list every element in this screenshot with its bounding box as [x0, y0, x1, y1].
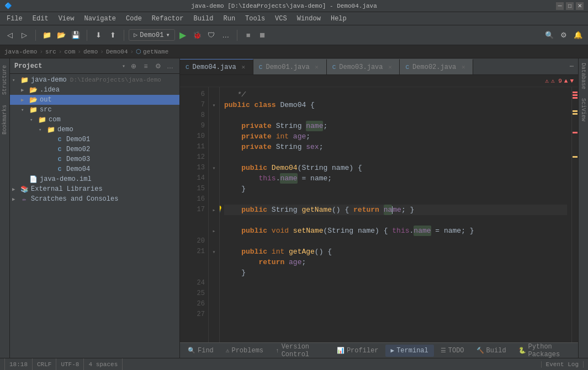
tree-label-demo04: Demo04 — [66, 165, 90, 173]
code-editor[interactable]: 6 7 8 9 10 11 12 13 14 15 16 17 18 19 20… — [180, 87, 578, 342]
terminal-icon: ▶ — [391, 347, 395, 354]
tab-close-demo03[interactable]: ✕ — [386, 63, 394, 71]
menu-edit[interactable]: Edit — [28, 14, 53, 24]
bottom-tab-problems[interactable]: ⚠ Problems — [220, 345, 269, 357]
toolbar-back-btn[interactable]: ◁ — [3, 29, 17, 42]
close-button[interactable]: ✕ — [576, 2, 584, 10]
tree-item-ext-libs[interactable]: ▶ 📚 External Libraries — [10, 184, 179, 194]
tab-close-demo04[interactable]: ✕ — [240, 63, 247, 71]
sciview-tab[interactable]: SciView — [579, 94, 587, 126]
bottom-tab-find[interactable]: 🔍 Find — [182, 345, 219, 357]
tab-label-demo03: Demo03.java — [339, 63, 383, 71]
menu-file[interactable]: File — [2, 14, 27, 24]
toolbar-save-btn[interactable]: 💾 — [69, 29, 82, 42]
toolbar-run-section: ▷ Demo01 ▾ ▶ 🐞 🛡 … — [129, 29, 232, 42]
run-config-label: Demo01 — [140, 31, 163, 39]
breadcrumb-demo04[interactable]: Demo04 — [106, 49, 128, 55]
menu-code[interactable]: Code — [121, 14, 146, 24]
menu-run[interactable]: Run — [219, 14, 240, 24]
tree-item-idea[interactable]: ▶ 📂 .idea — [10, 85, 179, 95]
toolbar-vcs-update-btn[interactable]: ⬇ — [92, 29, 105, 42]
tab-close-demo02[interactable]: ✕ — [459, 63, 467, 71]
tab-demo01[interactable]: C Demo01.java ✕ — [253, 59, 327, 74]
breadcrumb-java-demo[interactable]: java-demo — [4, 49, 37, 55]
panel-collapse-btn[interactable]: ≡ — [141, 61, 151, 71]
tab-demo02[interactable]: C Demo02.java ✕ — [400, 59, 473, 74]
toolbar-forward-btn[interactable]: ▷ — [18, 29, 31, 42]
run-with-button[interactable]: … — [219, 29, 232, 42]
status-encoding[interactable]: UTF-8 — [56, 358, 84, 370]
tree-item-src[interactable]: ▾ 📁 src — [10, 105, 179, 115]
tab-demo03[interactable]: C Demo03.java ✕ — [327, 59, 400, 74]
menu-refactor[interactable]: Refactor — [147, 14, 188, 24]
demo02-java-icon: C — [55, 145, 64, 154]
warning-icon: ⚠ — [545, 77, 549, 84]
tree-item-demo[interactable]: ▾ 📁 demo — [10, 125, 179, 135]
panel-locate-btn[interactable]: ⊕ — [129, 61, 139, 71]
breadcrumb-getname[interactable]: ⬡ getName — [136, 48, 168, 55]
status-indent[interactable]: 4 spaces — [84, 358, 123, 370]
tree-item-demo01[interactable]: ▶ C Demo01 — [10, 135, 179, 144]
menu-tools[interactable]: Tools — [241, 14, 269, 24]
bookmarks-tab[interactable]: Bookmarks — [1, 100, 9, 139]
tab-demo04[interactable]: C Demo04.java ✕ — [180, 59, 253, 74]
bottom-tab-terminal[interactable]: ▶ Terminal — [385, 345, 434, 357]
run-button[interactable]: ▶ — [176, 29, 189, 42]
toolbar-vcs-push-btn[interactable]: ⬆ — [106, 29, 119, 42]
tree-label-src: src — [40, 106, 52, 114]
settings-btn[interactable]: ⚙ — [557, 29, 570, 42]
gutter-15 — [209, 184, 219, 194]
gutter-11 — [209, 142, 219, 152]
toolbar-stop2-btn[interactable]: ⏹ — [256, 29, 269, 42]
maximize-button[interactable]: □ — [566, 2, 574, 10]
menu-build[interactable]: Build — [189, 14, 218, 24]
code-line-17: 💡 public String getName() { return name;… — [224, 205, 567, 215]
toolbar-new-btn[interactable]: 📁 — [40, 29, 54, 42]
breadcrumb-demo[interactable]: demo — [83, 49, 98, 55]
debug-button[interactable]: 🐞 — [190, 29, 204, 42]
status-position[interactable]: 18:18 — [4, 358, 33, 370]
error-nav-down[interactable]: ▼ — [570, 78, 574, 84]
tree-item-out[interactable]: ▶ 📂 out — [10, 95, 179, 105]
line-numbers: 6 7 8 9 10 11 12 13 14 15 16 17 18 19 20… — [180, 87, 209, 342]
structure-tab[interactable]: Structure — [1, 61, 9, 99]
tree-item-com[interactable]: ▾ 📁 com — [10, 115, 179, 125]
tabs-overflow-btn[interactable]: ⋯ — [565, 58, 578, 74]
bottom-tab-build[interactable]: 🔨 Build — [471, 345, 512, 357]
notifications-btn[interactable]: 🔔 — [571, 29, 585, 42]
bottom-tab-vcs[interactable]: ↑ Version Control — [270, 345, 330, 357]
tree-item-java-demo[interactable]: ▾ 📁 java-demo D:\IdeaProjects\java-demo — [10, 75, 179, 85]
panel-settings-btn[interactable]: ⚙ — [153, 61, 163, 71]
tree-item-demo04[interactable]: ▶ C Demo04 — [10, 164, 179, 174]
coverage-button[interactable]: 🛡 — [205, 29, 218, 42]
minimize-button[interactable]: ─ — [556, 2, 564, 10]
search-everywhere-btn[interactable]: 🔍 — [543, 29, 556, 42]
toolbar-open-btn[interactable]: 📂 — [55, 29, 68, 42]
error-nav-up[interactable]: ▲ — [564, 78, 568, 84]
breadcrumb-src[interactable]: src — [45, 49, 56, 55]
code-content[interactable]: */ public class Demo04 { private String … — [220, 87, 571, 342]
error-count: ⚠ 9 — [551, 77, 562, 84]
tree-item-demo02[interactable]: ▶ C Demo02 — [10, 144, 179, 154]
database-tab[interactable]: Database — [579, 58, 587, 94]
run-config-selector[interactable]: ▷ Demo01 ▾ — [129, 29, 175, 41]
menu-navigate[interactable]: Navigate — [80, 14, 120, 24]
tab-close-demo01[interactable]: ✕ — [313, 63, 321, 71]
breadcrumb-com[interactable]: com — [64, 49, 75, 55]
bottom-tab-python[interactable]: 🐍 Python Packages — [513, 345, 576, 357]
code-line-27: } — [224, 267, 567, 278]
panel-more-btn[interactable]: … — [165, 61, 175, 71]
menu-help[interactable]: Help — [326, 14, 351, 24]
tree-item-demo03[interactable]: ▶ C Demo03 — [10, 154, 179, 164]
menu-vcs[interactable]: VCS — [271, 14, 292, 24]
menu-window[interactable]: Window — [293, 14, 325, 24]
bottom-tab-profiler[interactable]: 📊 Profiler — [331, 345, 384, 357]
menu-view[interactable]: View — [54, 14, 79, 24]
status-event-log[interactable]: Event Log — [541, 361, 584, 368]
status-line-ending[interactable]: CRLF — [33, 358, 56, 370]
gutter-8 — [209, 110, 219, 121]
toolbar-stop-btn[interactable]: ■ — [242, 29, 255, 42]
bottom-tab-todo[interactable]: ☰ TODO — [435, 345, 470, 357]
tree-item-iml[interactable]: ▶ 📄 java-demo.iml — [10, 174, 179, 184]
tree-item-scratches[interactable]: ▶ ✏ Scratches and Consoles — [10, 194, 179, 204]
